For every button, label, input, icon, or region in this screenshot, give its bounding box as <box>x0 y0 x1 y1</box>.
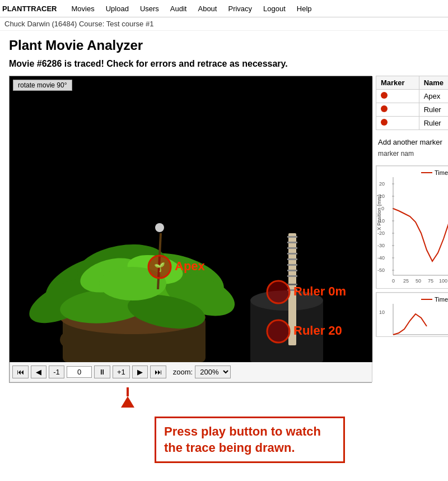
breadcrumb: Chuck Darwin (16484) Course: Test course… <box>0 17 448 31</box>
skip-end-button[interactable]: ⏭ <box>150 366 166 378</box>
svg-text:20: 20 <box>379 181 385 187</box>
svg-text:X Position (mm): X Position (mm) <box>376 195 382 230</box>
svg-rect-27 <box>287 275 297 277</box>
instruction-text: Press play button to watch the trace bei… <box>164 424 321 455</box>
svg-text:50: 50 <box>416 278 421 284</box>
page-title: Plant Movie Analyzer <box>9 38 439 53</box>
plant-scene: 🌱 Apex Ruler 0m Ruler 20 <box>10 76 372 362</box>
nav-users[interactable]: Users <box>134 1 165 16</box>
nav-bar: PLANTTRACER Movies Upload Users Audit Ab… <box>0 0 448 17</box>
svg-text:Ruler 0m: Ruler 0m <box>293 284 346 298</box>
marker-name-cell: Ruler <box>419 117 448 130</box>
zoom-select[interactable]: 50% 100% 150% 200% 300% <box>195 366 231 378</box>
nav-logo: PLANTTRACER <box>2 4 57 13</box>
nav-logout[interactable]: Logout <box>258 1 291 16</box>
svg-text:Apex: Apex <box>175 259 206 273</box>
skip-start-button[interactable]: ⏮ <box>12 366 29 378</box>
svg-text:-40: -40 <box>377 255 385 261</box>
table-row: Apex <box>376 90 449 103</box>
svg-text:-50: -50 <box>377 267 385 273</box>
chart-2: Time 10 <box>376 292 448 337</box>
svg-text:-10: -10 <box>377 218 385 224</box>
instruction-box: Press play button to watch the trace bei… <box>155 417 345 463</box>
up-arrow-icon <box>121 396 134 408</box>
svg-text:Ruler 20: Ruler 20 <box>293 323 342 337</box>
add-marker-label: Add another marker <box>378 138 448 146</box>
frame-input[interactable] <box>67 366 92 378</box>
left-column: rotate movie 90° <box>9 76 376 463</box>
nav-audit[interactable]: Audit <box>165 1 193 16</box>
marker-col-header: Marker <box>376 76 419 90</box>
name-col-header: Name <box>419 76 448 90</box>
arrow-shaft-icon <box>127 387 129 396</box>
movie-status: Movie #6286 is traced! Check for errors … <box>9 59 439 69</box>
svg-text:10: 10 <box>379 193 385 199</box>
video-frame: 🌱 Apex Ruler 0m Ruler 20 <box>10 76 372 362</box>
zoom-label: zoom: <box>173 368 193 376</box>
table-row: Ruler <box>376 103 449 117</box>
svg-text:Time: Time <box>435 296 448 303</box>
svg-rect-25 <box>287 264 297 266</box>
video-container: rotate movie 90° <box>9 76 372 383</box>
svg-text:🌱: 🌱 <box>154 262 165 272</box>
svg-rect-24 <box>287 258 297 260</box>
chart-1: Time X Position (mm) 20 10 0 -10 - <box>376 165 448 289</box>
table-row: Ruler <box>376 117 449 130</box>
svg-text:75: 75 <box>428 278 433 284</box>
red-dot-icon <box>381 105 388 112</box>
two-col-layout: rotate movie 90° <box>9 76 439 463</box>
red-dot-icon <box>381 92 388 99</box>
controls-bar: ⏮ ◀ -1 ⏸ +1 ▶ ⏭ zoom: 50% 100% 150% 200%… <box>10 362 372 382</box>
nav-about[interactable]: About <box>192 1 222 16</box>
svg-rect-21 <box>287 242 297 243</box>
svg-rect-20 <box>287 236 297 238</box>
nav-help[interactable]: Help <box>291 1 318 16</box>
main-content: Plant Movie Analyzer Movie #6286 is trac… <box>0 31 448 470</box>
svg-point-18 <box>155 223 164 232</box>
right-column: Marker Name Apex Ruler Ruler <box>376 76 448 463</box>
svg-rect-37 <box>376 166 448 289</box>
svg-text:0: 0 <box>381 206 384 211</box>
chart-2-svg: Time 10 <box>376 293 448 337</box>
svg-point-35 <box>267 320 290 343</box>
marker-name-cell: Ruler <box>419 103 448 117</box>
svg-rect-26 <box>287 270 297 271</box>
plus-one-button[interactable]: +1 <box>113 366 130 378</box>
nav-upload[interactable]: Upload <box>100 1 134 16</box>
add-marker-section: Add another marker marker nam <box>376 136 448 160</box>
marker-dot-cell <box>376 90 419 103</box>
prev-frame-button[interactable]: ◀ <box>31 366 46 378</box>
play-button[interactable]: ▶ <box>132 366 148 378</box>
arrow-indicator <box>121 387 134 408</box>
rotate-label[interactable]: rotate movie 90° <box>13 80 72 91</box>
marker-name-cell: Apex <box>419 90 448 103</box>
marker-dot-cell <box>376 103 419 117</box>
marker-name-label: marker nam <box>378 150 448 158</box>
svg-text:10: 10 <box>379 309 385 315</box>
svg-point-33 <box>267 281 290 303</box>
minus-one-button[interactable]: -1 <box>49 366 64 378</box>
nav-privacy[interactable]: Privacy <box>222 1 258 16</box>
svg-text:-20: -20 <box>377 230 385 236</box>
svg-text:-30: -30 <box>377 243 385 248</box>
chart-1-svg: Time X Position (mm) 20 10 0 -10 - <box>376 166 448 289</box>
svg-rect-23 <box>287 253 297 255</box>
svg-text:0: 0 <box>392 278 395 284</box>
svg-text:Time: Time <box>435 169 448 176</box>
svg-text:100: 100 <box>439 278 447 284</box>
svg-rect-22 <box>287 247 297 249</box>
marker-dot-cell <box>376 117 419 130</box>
nav-movies[interactable]: Movies <box>66 1 100 16</box>
instruction-area: Press play button to watch the trace bei… <box>121 387 376 463</box>
red-dot-icon <box>381 119 388 126</box>
pause-button[interactable]: ⏸ <box>94 366 110 378</box>
marker-table: Marker Name Apex Ruler Ruler <box>376 76 448 130</box>
svg-text:25: 25 <box>403 278 409 284</box>
